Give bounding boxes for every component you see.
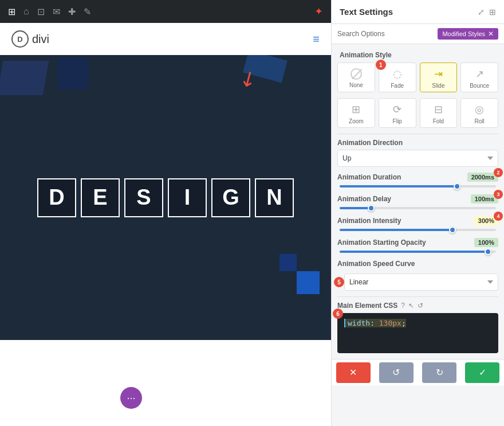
cursor-icon[interactable]: ↖: [408, 302, 414, 310]
fab-button[interactable]: ···: [120, 387, 142, 409]
animation-style-label: Animation Style: [332, 44, 504, 62]
delay-fill: [340, 207, 371, 209]
css-label-row: Main Element CSS ? ↖ ↺: [337, 302, 498, 310]
letter-S: S: [124, 178, 163, 217]
cancel-button[interactable]: ✕: [336, 362, 371, 383]
design-letters: D E S I G N: [37, 178, 294, 217]
letter-G: G: [211, 178, 250, 217]
opacity-fill: [340, 251, 488, 253]
duration-header: Animation Duration 2000ms 2: [337, 173, 498, 182]
opacity-track[interactable]: [340, 251, 496, 253]
duration-fill: [340, 185, 457, 187]
delay-badge: 3: [494, 190, 503, 199]
anim-none[interactable]: None: [337, 62, 375, 92]
delay-label: Animation Delay: [337, 195, 391, 203]
css-badge: 6: [333, 308, 343, 319]
opacity-header: Animation Starting Opacity 100%: [337, 238, 498, 247]
pencil-icon[interactable]: ✎: [84, 6, 91, 17]
bg-shape-4: [297, 271, 320, 294]
white-section: ···: [0, 340, 331, 426]
grid-icon[interactable]: ⊡: [37, 6, 45, 17]
speed-badge: 5: [334, 277, 344, 287]
top-bar: ⊞ ⌂ ⊡ ✉ ✚ ✎ ✦: [0, 0, 331, 23]
grid-view-icon[interactable]: ⊞: [489, 7, 496, 17]
hamburger-icon[interactable]: ≡: [313, 33, 320, 46]
intensity-value: 300% 4: [474, 216, 498, 225]
undo-button[interactable]: ↺: [379, 362, 414, 383]
anim-zoom-label: Zoom: [349, 118, 364, 124]
animation-style-grid-row2: ⊞ Zoom ⟳ Flip ⊟ Fold ◎ Roll: [332, 98, 504, 134]
help-icon[interactable]: ?: [401, 302, 405, 310]
duration-row: Animation Duration 2000ms 2: [332, 173, 504, 194]
intensity-row: Animation Intensity 300% 4: [332, 216, 504, 238]
divider-2: [337, 296, 498, 297]
redo-button[interactable]: ↻: [422, 362, 456, 383]
anim-fade[interactable]: 1 ◌ Fade: [379, 62, 416, 92]
fade-icon: ◌: [393, 68, 402, 80]
intensity-header: Animation Intensity 300% 4: [337, 216, 498, 225]
opacity-row: Animation Starting Opacity 100%: [332, 238, 504, 260]
duration-thumb[interactable]: [454, 183, 460, 190]
anim-bounce[interactable]: ↗ Bounce: [460, 62, 498, 92]
bg-shape-1: [0, 61, 49, 95]
animation-style-grid-row1: None 1 ◌ Fade ⇥ Slide ↗ Bounce: [332, 62, 504, 98]
comment-icon[interactable]: ✉: [53, 6, 60, 17]
right-panel: Text Settings ⤢ ⊞ Search Options Modifie…: [331, 0, 504, 426]
roll-icon: ◎: [475, 103, 484, 116]
anim-none-label: None: [349, 82, 363, 88]
home-icon[interactable]: ⌂: [23, 6, 29, 17]
panel-header: Text Settings ⤢ ⊞: [332, 0, 504, 24]
expand-icon[interactable]: ⤢: [478, 7, 485, 17]
fade-badge: 1: [376, 60, 386, 70]
anim-flip[interactable]: ⟳ Flip: [379, 98, 416, 128]
save-button[interactable]: ✓: [465, 362, 499, 383]
duration-track[interactable]: [340, 185, 496, 187]
bounce-icon: ↗: [475, 68, 484, 80]
divi-star-icon[interactable]: ✦: [314, 5, 323, 18]
anim-roll-label: Roll: [475, 118, 485, 124]
anim-slide[interactable]: ⇥ Slide: [420, 62, 458, 92]
wordpress-icon[interactable]: ⊞: [8, 6, 15, 17]
anim-roll[interactable]: ◎ Roll: [460, 98, 498, 128]
direction-row: Animation Direction Up Down Left Right C…: [332, 139, 504, 173]
anim-zoom[interactable]: ⊞ Zoom: [337, 98, 375, 128]
letter-E: E: [81, 178, 120, 217]
delay-thumb[interactable]: [368, 205, 375, 212]
delay-track[interactable]: [340, 207, 496, 209]
anim-fold-label: Fold: [433, 118, 444, 124]
modified-styles-badge: Modified Styles ✕: [438, 28, 498, 40]
speed-select[interactable]: Linear Ease Ease In Ease Out Ease In Out: [344, 273, 498, 291]
intensity-track[interactable]: [340, 229, 496, 231]
direction-label: Animation Direction: [337, 139, 498, 147]
flip-icon: ⟳: [393, 103, 401, 116]
speed-curve-row: Animation Speed Curve 5 Linear Ease Ease…: [332, 260, 504, 296]
css-editor[interactable]: 6 width: 130px;: [337, 313, 498, 353]
anim-flip-label: Flip: [393, 118, 402, 124]
modified-styles-close[interactable]: ✕: [488, 30, 494, 38]
css-section: Main Element CSS ? ↖ ↺ 6 width: 130px;: [332, 302, 504, 359]
intensity-fill: [340, 229, 452, 231]
none-icon: [351, 68, 362, 80]
direction-select[interactable]: Up Down Left Right Center: [337, 150, 498, 167]
opacity-thumb[interactable]: [485, 248, 491, 255]
reset-icon[interactable]: ↺: [418, 302, 423, 310]
intensity-label: Animation Intensity: [337, 217, 401, 225]
duration-value: 2000ms 2: [467, 173, 498, 182]
intensity-badge: 4: [494, 212, 503, 221]
zoom-icon: ⊞: [352, 103, 360, 116]
fold-icon: ⊟: [434, 103, 443, 116]
plus-icon[interactable]: ✚: [68, 6, 76, 17]
speed-label: Animation Speed Curve: [337, 260, 498, 271]
letter-I: I: [168, 178, 207, 217]
css-section-label: Main Element CSS: [337, 302, 397, 310]
divider-1: [337, 134, 498, 134]
anim-fade-label: Fade: [391, 83, 404, 89]
panel-title: Text Settings: [340, 7, 393, 17]
anim-fold[interactable]: ⊟ Fold: [420, 98, 458, 128]
duration-label: Animation Duration: [337, 173, 401, 181]
opacity-value: 100%: [474, 238, 498, 247]
delay-header: Animation Delay 100ms 3: [337, 194, 498, 204]
intensity-thumb[interactable]: [449, 226, 456, 233]
left-panel: ⊞ ⌂ ⊡ ✉ ✚ ✎ ✦ D divi ≡ ↙ D E S I: [0, 0, 331, 426]
site-logo: D divi: [11, 30, 49, 48]
